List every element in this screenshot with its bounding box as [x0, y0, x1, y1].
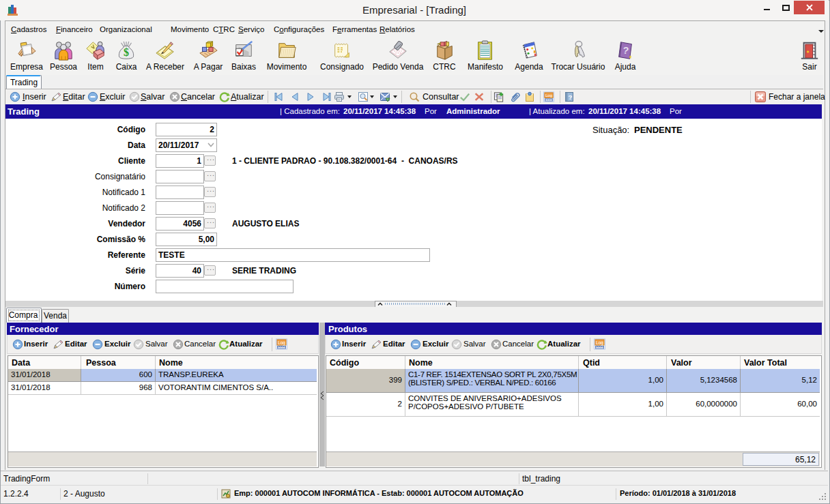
svg-text:Log: Log [596, 340, 603, 346]
svg-text:?: ? [569, 93, 573, 101]
svg-text:$: $ [124, 46, 129, 58]
svg-text:Log: Log [278, 340, 285, 346]
svg-text:Log: Log [545, 93, 552, 98]
